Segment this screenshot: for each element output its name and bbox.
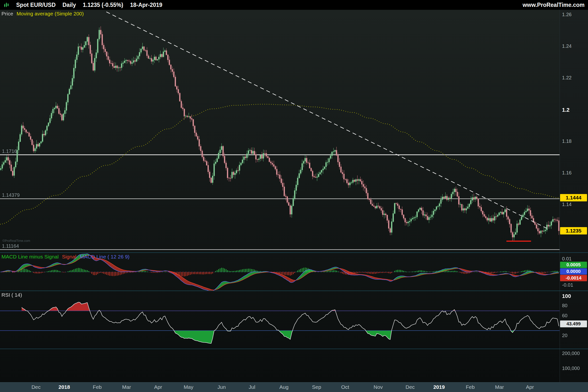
price-level-label: 1.14379 [2,192,20,198]
quote-label: 1.1235 (-0.55%) [83,2,123,8]
legend-macd-signal[interactable]: Signal [62,254,76,260]
rsi-axis-tick: 60 [562,313,568,318]
rsi-axis-tick: 80 [562,303,568,308]
legend-macd-histogram[interactable]: MACD Line minus Signal [2,254,58,260]
time-axis-label: Jun [218,384,226,390]
timeframe-label: Daily [62,2,76,8]
time-axis-label: Aug [279,384,288,390]
symbol-label: Spot EUR/USD [16,2,56,8]
price-axis-tick: 1.14 [562,202,572,207]
time-axis-label: Dec [31,384,40,390]
rsi-axis-badge: 43.499 [560,320,587,327]
time-axis-label: Nov [374,384,383,390]
price-axis-tick: 1.24 [562,43,572,49]
time-axis-label: Feb [466,384,474,390]
time-axis-label: Apr [154,384,162,390]
macd-axis-tick: 0.01 [562,256,572,262]
time-axis-label: Dec [406,384,414,390]
time-axis-label: Mar [122,384,131,390]
time-axis-label: 2019 [434,384,445,390]
legend-ma200[interactable]: Moving average (Simple 200) [17,11,84,16]
time-axis-label: 2018 [58,384,70,390]
date-label: 18-Apr-2019 [130,2,162,8]
volume-axis-tick: 200,000 [562,350,580,356]
time-axis-label: Sep [312,384,321,390]
title-bar: Spot EUR/USD Daily 1.1235 (-0.55%) 18-Ap… [0,0,588,10]
macd-axis-badge: 0.0005 [560,262,587,268]
time-axis-label: Apr [526,384,534,390]
macd-panel-legend: MACD Line minus Signal Signal MACD Line … [2,254,130,260]
legend-rsi[interactable]: RSI ( 14) [2,292,22,298]
chart-type-icon [4,2,9,8]
price-axis-badge: 1.1235 [560,227,587,234]
site-link[interactable]: www.ProRealTime.com [522,2,584,8]
price-axis-tick: 1.16 [562,170,572,176]
rsi-axis-tick: 100 [562,293,571,300]
price-level-label: 1.11164 [2,243,19,249]
legend-macd-line[interactable]: MACD Line ( 12 26 9) [80,254,130,260]
price-level-label: 1.1716 [2,148,17,154]
price-axis-tick: 1.2 [562,107,570,113]
time-axis-label: Mar [495,384,504,390]
price-axis-tick: 1.18 [562,138,572,144]
panel-separator[interactable] [0,290,588,291]
panel-separator[interactable] [0,349,588,349]
time-axis-label: May [184,384,194,390]
price-axis-tick: 1.22 [562,75,572,80]
price-panel-legend: Price Moving average (Simple 200) [2,11,84,17]
rsi-axis-tick: 20 [562,333,568,338]
rsi-panel-legend: RSI ( 14) [2,292,22,298]
price-axis-badge: 1.1444 [560,194,587,202]
time-axis-label: Feb [93,384,102,390]
time-axis-label: Jul [249,384,255,390]
watermark: ©ProRealTime.com [2,239,30,242]
price-axis-tick: 1.26 [562,12,572,18]
prorealtime-chart-window: Spot EUR/USD Daily 1.1235 (-0.55%) 18-Ap… [0,0,588,392]
time-axis-label: Oct [341,384,349,390]
panel-separator[interactable] [0,252,588,253]
macd-axis-badge: 0.0000 [560,268,587,275]
macd-axis-tick: -0.01 [562,282,573,288]
macd-axis-badge: -0.0014 [560,275,587,281]
legend-price[interactable]: Price [2,11,13,16]
chart-canvas[interactable] [0,10,560,382]
volume-axis-tick: 100,000 [562,366,580,371]
